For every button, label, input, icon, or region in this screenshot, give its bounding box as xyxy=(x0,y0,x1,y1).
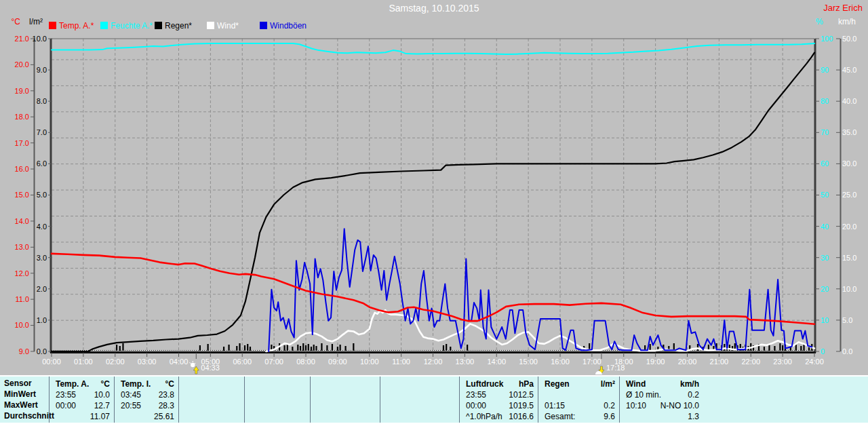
percent-tick-label: 40 xyxy=(821,223,829,231)
kmh-tick-label: 0.0 xyxy=(842,347,852,355)
summary-cell-time: Luftdruck xyxy=(466,379,503,389)
summary-row-label-minwert: MinWert xyxy=(4,389,36,399)
celsius-tick-label: 12.0 xyxy=(15,269,29,277)
percent-tick-label: 100 xyxy=(821,35,833,43)
summary-cell-time: 00:00 xyxy=(56,401,76,410)
time-tick-label: 23:00 xyxy=(773,358,792,366)
summary-cell-value: °C xyxy=(101,379,110,389)
time-tick-label: 03:00 xyxy=(138,358,157,366)
celsius-tick-label: 9.0 xyxy=(19,347,29,355)
summary-cell-value: 28.3 xyxy=(159,401,174,410)
time-tick-label: 06:00 xyxy=(233,358,252,366)
summary-cell-value: 11.07 xyxy=(90,412,110,421)
time-tick-label: 01:00 xyxy=(74,358,93,366)
summary-cell-time: ^1.0hPa/h xyxy=(466,412,502,421)
time-tick-label: 22:00 xyxy=(741,358,760,366)
kmh-tick-label: 5.0 xyxy=(842,316,852,324)
kmh-tick-label: 35.0 xyxy=(842,128,856,136)
percent-tick-label: 30 xyxy=(821,254,829,262)
lm2-tick-label: 10.0 xyxy=(33,35,47,43)
rain-intensity-bar xyxy=(446,344,447,351)
rain-intensity-bar xyxy=(283,345,285,351)
rain-intensity-bar xyxy=(302,343,304,351)
summary-cell: ^1.0hPa/h1016.6 xyxy=(460,411,538,422)
percent-tick-label: 60 xyxy=(821,159,829,168)
rain-intensity-bar xyxy=(340,345,341,351)
summary-cell: 01:150.2 xyxy=(538,400,619,411)
summary-cell-value: 1019.5 xyxy=(509,401,534,410)
percent-tick-label: 10 xyxy=(821,316,829,324)
celsius-tick-label: 14.0 xyxy=(15,217,29,225)
summary-cell-value: °C xyxy=(165,379,174,389)
summary-cell-time: 00:00 xyxy=(466,401,486,410)
summary-column-luftdruck: LuftdruckhPa23:551012.500:001019.5^1.0hP… xyxy=(459,377,538,423)
summary-cell-value: 10.0 xyxy=(94,390,110,400)
lm2-tick-label: 8.0 xyxy=(37,97,47,105)
celsius-tick-label: 15.0 xyxy=(15,191,29,199)
summary-cell: 23:551012.5 xyxy=(460,389,538,400)
celsius-tick-label: 17.0 xyxy=(15,139,29,147)
time-tick-label: 21:00 xyxy=(710,358,729,366)
rain-intensity-bar xyxy=(305,345,307,351)
rain-intensity-bar xyxy=(768,345,770,351)
kmh-tick-label: 50.0 xyxy=(842,35,856,43)
summary-cell: 00:0012.7 xyxy=(50,400,114,411)
time-tick-label: 20:00 xyxy=(678,358,697,366)
lm2-tick-label: 2.0 xyxy=(37,285,47,293)
summary-cell-time: Wind xyxy=(626,379,646,389)
summary-cell-value: N-NO 10.0 xyxy=(660,401,699,410)
rain-intensity-bar xyxy=(353,343,354,351)
rain-intensity-bar xyxy=(239,343,240,351)
celsius-tick-label: 18.0 xyxy=(15,113,29,121)
time-tick-label: 15:00 xyxy=(519,358,538,366)
time-tick-label: 12:00 xyxy=(424,358,443,366)
rain-intensity-bar xyxy=(308,344,309,351)
rain-intensity-bar xyxy=(313,345,315,351)
rain-intensity-bar xyxy=(315,346,317,351)
rain-intensity-bar xyxy=(208,344,209,351)
summary-column-empty-4 xyxy=(380,377,459,423)
summary-cell-time: 23:55 xyxy=(466,390,486,400)
summary-cell-time: 20:55 xyxy=(121,401,141,410)
rain-intensity-bar xyxy=(236,346,237,351)
summary-table: SensorMinWertMaxWertDurchschnittTemp. A.… xyxy=(0,375,868,424)
summary-column-empty-2 xyxy=(244,377,310,423)
time-tick-label: 08:00 xyxy=(296,358,315,366)
celsius-tick-label: 16.0 xyxy=(15,165,29,173)
time-tick-label: 13:00 xyxy=(456,358,475,366)
lm2-tick-label: 6.0 xyxy=(37,159,47,168)
summary-cell-value: 9.6 xyxy=(604,412,615,421)
summary-cell-value: 1016.6 xyxy=(509,412,534,421)
percent-tick-label: 0 xyxy=(821,347,825,355)
rain-intensity-bar xyxy=(800,346,802,351)
summary-cell: Gesamt:9.6 xyxy=(538,411,619,422)
rain-intensity-bar xyxy=(764,347,765,351)
rain-intensity-bar xyxy=(724,344,725,351)
summary-cell-value: km/h xyxy=(680,379,699,389)
summary-cell-value: l/m² xyxy=(601,379,615,389)
lm2-tick-label: 0.0 xyxy=(37,347,47,355)
rain-intensity-bar xyxy=(321,343,322,351)
rain-intensity-bar xyxy=(782,345,783,351)
summary-cell-value: 1012.5 xyxy=(509,390,534,400)
summary-cell-value: hPa xyxy=(519,379,534,389)
rain-intensity-bar xyxy=(292,347,293,351)
kmh-tick-label: 15.0 xyxy=(842,254,856,262)
time-tick-label: 10:00 xyxy=(360,358,379,366)
summary-column-regen: Regenl/m²01:150.2Gesamt:9.6 xyxy=(538,377,619,423)
rain-intensity-bar xyxy=(122,343,123,351)
rain-intensity-bar xyxy=(650,344,651,351)
kmh-tick-label: 40.0 xyxy=(842,97,856,105)
rain-intensity-bar xyxy=(247,344,248,351)
weather-chart: 21.020.019.018.017.016.015.014.013.012.0… xyxy=(0,0,868,375)
summary-cell-time: 10:10 xyxy=(626,401,646,410)
time-tick-label: 09:00 xyxy=(328,358,347,366)
summary-row-label-sensor: Sensor xyxy=(4,379,32,388)
kmh-tick-label: 10.0 xyxy=(842,285,856,293)
percent-tick-label: 70 xyxy=(821,128,829,136)
summary-cell: 23:5510.0 xyxy=(50,389,114,400)
sunrise-icon-part xyxy=(191,363,195,367)
rain-intensity-bar xyxy=(116,345,117,351)
rain-intensity-bar xyxy=(223,347,224,351)
lm2-tick-label: 4.0 xyxy=(37,223,47,231)
